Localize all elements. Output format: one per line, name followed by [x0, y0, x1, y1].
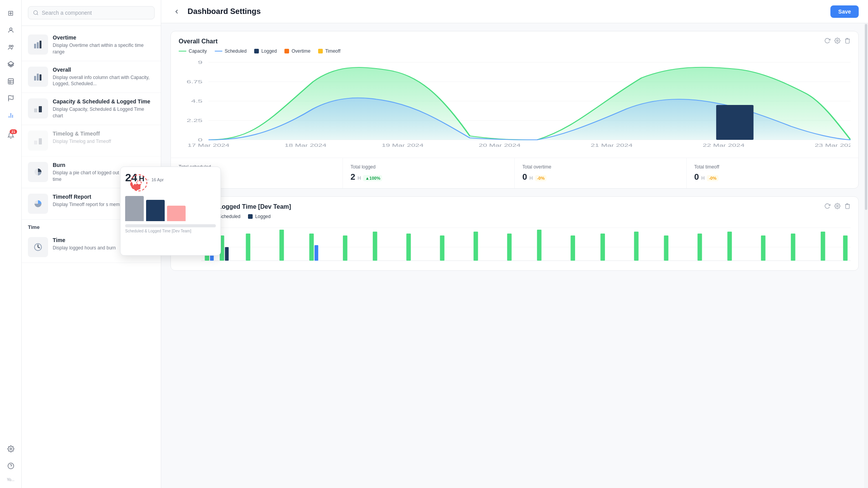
overall-info: Overall Display overall info column char…	[53, 67, 155, 88]
scrollbar-track[interactable]	[864, 23, 868, 488]
svg-rect-68	[474, 232, 478, 261]
svg-rect-57	[210, 245, 214, 261]
svg-rect-21	[37, 74, 39, 81]
component-item-overall[interactable]: Overall Display overall info column char…	[22, 61, 161, 93]
legend-logged: Logged	[254, 48, 277, 54]
svg-rect-4	[8, 79, 14, 84]
bell-icon[interactable]: 21	[4, 129, 18, 143]
svg-rect-19	[40, 41, 41, 48]
notification-badge: 21	[10, 129, 17, 134]
overall-chart-actions	[824, 38, 851, 45]
search-input[interactable]	[42, 10, 150, 16]
svg-text:17 Mar 2024: 17 Mar 2024	[188, 143, 230, 148]
svg-rect-24	[39, 106, 42, 112]
search-input-wrap[interactable]	[28, 6, 155, 19]
svg-rect-70	[537, 230, 542, 261]
capacity-info: Capacity & Scheduled & Logged Time Displ…	[53, 98, 155, 119]
legend-cap-scheduled: Scheduled	[212, 214, 241, 219]
stat-logged-unit: H	[358, 175, 361, 181]
svg-rect-80	[843, 235, 848, 261]
back-button[interactable]	[170, 5, 183, 18]
scrollbar-thumb[interactable]	[865, 24, 867, 210]
component-item-time[interactable]: Time Display logged hours and burn	[22, 232, 161, 263]
settings-chart-icon[interactable]	[834, 38, 840, 45]
help-icon[interactable]	[4, 459, 18, 473]
svg-rect-20	[34, 76, 36, 81]
timeoff-report-desc: Display Timeoff report for s members or …	[53, 201, 155, 208]
svg-text:9: 9	[198, 60, 203, 65]
svg-text:6.75: 6.75	[186, 79, 202, 84]
legend-cap-logged: Logged	[248, 214, 270, 219]
stat-scheduled-label: Total scheduled	[179, 164, 335, 170]
time-name: Time	[53, 237, 155, 243]
stat-logged-value: 2	[351, 172, 355, 182]
delete-chart-icon[interactable]	[844, 38, 851, 45]
component-item-timelog[interactable]: Timelog & Timeoff Display Timelog and Ti…	[22, 125, 161, 156]
table-icon[interactable]	[4, 74, 18, 88]
timeoff-icon	[28, 194, 48, 214]
chart-icon[interactable]	[4, 108, 18, 122]
burn-icon	[28, 162, 48, 182]
svg-text:18 Mar 2024: 18 Mar 2024	[285, 143, 327, 148]
legend-cap-logged-sq	[248, 214, 253, 219]
svg-point-2	[11, 45, 13, 47]
legend-cap-capacity: Capacity	[179, 214, 204, 219]
svg-rect-67	[440, 235, 444, 261]
grid-icon[interactable]: ⊞	[4, 6, 18, 20]
svg-rect-56	[205, 232, 209, 261]
capacity-icon	[28, 98, 48, 119]
stat-scheduled-change: ▲100%	[191, 175, 210, 181]
refresh-icon-2[interactable]	[824, 203, 830, 211]
flag-icon[interactable]	[4, 91, 18, 105]
overall-chart-card: Overall Chart Capacity	[170, 31, 859, 189]
component-panel: Overtime Display Overtime chart within a…	[22, 0, 161, 488]
layers-icon[interactable]	[4, 57, 18, 71]
overtime-desc: Display Overtime chart within a specific…	[53, 42, 155, 55]
stat-scheduled-value: 4	[179, 172, 183, 182]
svg-rect-60	[246, 234, 250, 261]
user-icon[interactable]	[4, 23, 18, 37]
stat-timeoff: Total timeoff 0 H -0%	[687, 158, 859, 188]
settings-icon[interactable]	[4, 442, 18, 456]
settings-chart-icon-2[interactable]	[834, 203, 840, 211]
component-item-burn[interactable]: Burn Display a pie chart of logged out o…	[22, 156, 161, 189]
capacity-chart-legend: Capacity Scheduled Logged	[171, 214, 858, 224]
delete-chart-icon-2[interactable]	[844, 203, 851, 211]
svg-rect-69	[507, 234, 512, 261]
capacity-chart-card: Scheduled & Logged Time [Dev Team]	[170, 196, 859, 271]
refresh-icon[interactable]	[824, 38, 830, 45]
stat-overtime-unit: H	[529, 175, 533, 181]
component-item-capacity[interactable]: Capacity & Scheduled & Logged Time Displ…	[22, 93, 161, 125]
legend-capacity: Capacity	[179, 48, 207, 54]
capacity-chart-actions	[824, 203, 851, 211]
timeoff-info: Timeoff Report Display Timeoff report fo…	[53, 194, 155, 208]
stat-logged-label: Total logged	[351, 164, 507, 170]
svg-rect-78	[791, 234, 796, 261]
search-icon	[33, 10, 39, 16]
svg-rect-75	[698, 234, 702, 261]
time-icon	[28, 237, 48, 257]
overtime-info: Overtime Display Overtime chart within a…	[53, 34, 155, 55]
component-item-overtime[interactable]: Overtime Display Overtime chart within a…	[22, 29, 161, 61]
stat-timeoff-unit: H	[701, 175, 705, 181]
legend-logged-square	[254, 49, 259, 53]
stat-overtime-label: Total overtime	[522, 164, 679, 170]
svg-text:2.25: 2.25	[186, 118, 202, 123]
page-title: Dashboard Settings	[188, 7, 261, 16]
legend-capacity-label: Capacity	[189, 48, 207, 54]
overtime-name: Overtime	[53, 34, 155, 41]
svg-text:20 Mar 2024: 20 Mar 2024	[479, 143, 521, 148]
header-left: Dashboard Settings	[170, 5, 261, 18]
save-button[interactable]: Save	[830, 5, 859, 18]
stat-logged-change: ▲100%	[363, 175, 382, 181]
legend-overtime-square	[284, 49, 289, 53]
svg-point-31	[837, 40, 838, 41]
team-icon[interactable]	[4, 40, 18, 54]
svg-rect-26	[39, 138, 42, 144]
capacity-desc: Display Capacity, Scheduled & Logged Tim…	[53, 106, 155, 119]
time-section-label: Time	[22, 220, 161, 232]
component-item-timeoff[interactable]: Timeoff Report Display Timeoff report fo…	[22, 188, 161, 220]
legend-cap-logged-label: Logged	[255, 214, 270, 219]
legend-scheduled-label: Scheduled	[225, 48, 247, 54]
svg-text:0: 0	[198, 137, 203, 142]
